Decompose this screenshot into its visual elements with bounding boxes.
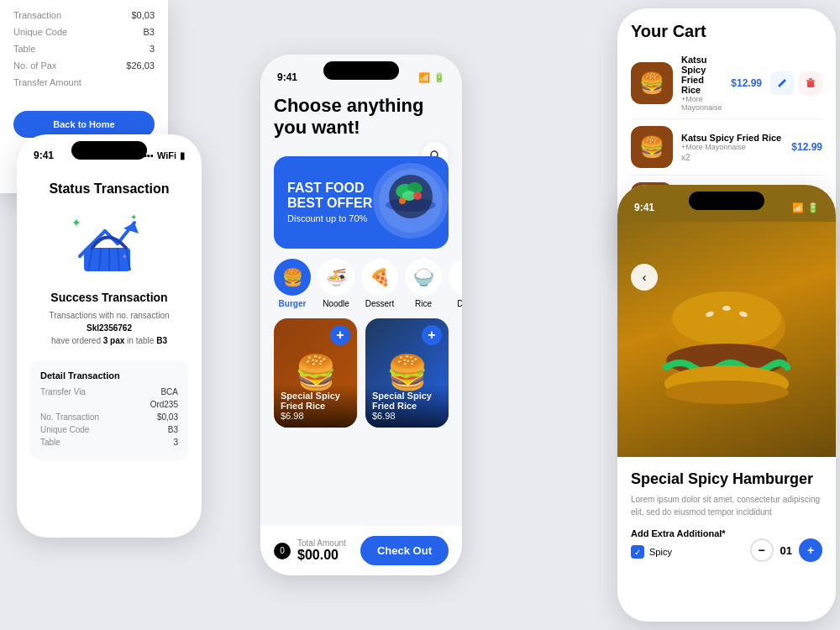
quantity-minus-button[interactable]: −: [750, 538, 774, 562]
food-card-2[interactable]: 🍔 Special Spicy Fried Rice $6.98 +: [365, 318, 449, 428]
cart-item-2: 🍔 Katsu Spicy Fried Rice +More Mayonnais…: [617, 119, 836, 175]
category-burger[interactable]: 🍔 Burger: [274, 259, 311, 308]
main-checkout-button[interactable]: Check Out: [360, 536, 449, 565]
detail-label: Unique Code: [40, 425, 89, 434]
svg-text:✦: ✦: [71, 216, 81, 229]
rice-cat-icon-wrap: 🍚: [405, 259, 442, 296]
cart-header: Your Cart: [617, 8, 836, 48]
detail-row-via: Transfer Via BCA: [40, 387, 178, 396]
detail-hero-image: ‹: [617, 222, 836, 457]
spicy-label: Spicy: [649, 547, 672, 557]
trans-value: $26,03: [126, 60, 155, 71]
detail-info-section: Special Spicy Hamburger Lorem ipsum dolo…: [617, 457, 836, 575]
svg-text:✦: ✦: [130, 213, 137, 222]
detail-row-dtable: Table 3: [40, 438, 178, 447]
category-noodle[interactable]: 🍜 Noodle: [318, 259, 354, 308]
detail-item-desc: Lorem ipsum dolor sit amet, consectetur …: [631, 493, 822, 518]
svg-point-34: [664, 381, 789, 404]
detail-transaction-box: Detail Transaction Transfer Via BCA Ord2…: [30, 360, 188, 460]
success-desc: Transactions with no. ransaction Skl2356…: [30, 309, 188, 347]
svg-text:✦: ✦: [122, 253, 128, 260]
category-dessert[interactable]: 🍕 Dessert: [361, 259, 398, 308]
status-title: Status Transaction: [30, 181, 188, 197]
cart-item-1: 🍔 Katsu Spicy Fried Rice +More Mayonnais…: [617, 48, 836, 118]
detail-transaction-title: Detail Transaction: [40, 370, 178, 381]
battery-icon: ▮: [180, 150, 185, 161]
cart-item-2-name: Katsu Spicy Fried Rice: [681, 133, 783, 143]
trans-value: $0,03: [131, 10, 155, 20]
food-card-overlay-1: Special Spicy Fried Rice $6.98: [274, 384, 357, 428]
success-label: Success Transaction: [30, 291, 188, 304]
detail-value: 3: [173, 438, 178, 447]
add-extra-label: Add Extra Additional*: [631, 528, 822, 538]
food-card-1[interactable]: 🍔 Special Spicy Fried Rice $6.98 +: [274, 318, 357, 428]
quantity-plus-button[interactable]: +: [799, 538, 822, 562]
delete-cart-item-1-button[interactable]: [799, 71, 822, 95]
cart-item-1-name: Katsu Spicy Fried Rice: [681, 55, 722, 95]
detail-value: B3: [168, 425, 178, 434]
burger-hero-bg: [617, 222, 836, 457]
dessert-cat-icon-wrap: 🍕: [361, 259, 398, 296]
detail-status-icons: 📶 🔋: [792, 202, 819, 213]
main-status-icons: 📶 🔋: [418, 72, 445, 83]
detail-back-button[interactable]: ‹: [631, 264, 658, 291]
banner-food-image: [369, 159, 449, 243]
drink-cat-icon-wrap: 🥤: [449, 259, 462, 296]
detail-row-ord: Ord235: [40, 400, 178, 409]
cart-item-1-actions: [770, 71, 822, 95]
rice-cat-label: Rice: [415, 299, 432, 308]
edit-cart-item-1-button[interactable]: [770, 71, 794, 95]
trans-label: Transfer Amount: [13, 77, 81, 87]
add-food-2-button[interactable]: +: [422, 325, 442, 345]
detail-item-name: Special Spicy Hamburger: [631, 470, 822, 488]
drink-cat-label: Drink: [457, 299, 462, 308]
total-label: Total Amount: [297, 538, 346, 548]
add-food-1-button[interactable]: +: [330, 325, 350, 345]
burger-cat-label: Burger: [279, 299, 307, 308]
category-drink[interactable]: 🥤 Drink: [449, 259, 462, 308]
cart-item-1-sub: +More Mayonnaise: [681, 95, 722, 112]
cart-item-2-image: 🍔: [631, 126, 673, 168]
cart-item-1-info: Katsu Spicy Fried Rice +More Mayonnaise: [681, 55, 722, 112]
trans-row-transaction: Transaction $0,03: [13, 10, 155, 20]
food-card-overlay-2: Special Spicy Fried Rice $6.98: [365, 384, 449, 428]
detail-label: Table: [40, 438, 60, 447]
dessert-cat-label: Dessert: [365, 299, 394, 308]
cart-total-area: 0 Total Amount $00.00: [274, 538, 346, 563]
phone-main-card: 9:41 📶 🔋 Choose anything you want! FAST …: [260, 55, 462, 575]
svg-point-22: [413, 192, 422, 200]
cart-title: Your Cart: [631, 22, 822, 41]
trans-row-pax: No. of Pax $26,03: [13, 60, 155, 71]
cart-item-2-qty: x2: [681, 153, 783, 162]
phone-status-card: 9:41 ▪▪▪ WiFi ▮ Status Transaction: [17, 134, 202, 538]
detail-value: Ord235: [150, 400, 178, 409]
cart-badge: 0: [274, 543, 291, 559]
svg-point-23: [399, 197, 406, 204]
detail-value: BCA: [160, 387, 178, 396]
burger-svg-image: [643, 268, 811, 436]
cart-item-2-price: $12.99: [791, 141, 822, 153]
success-icon-area: ✦ ✦ ✦: [30, 210, 188, 281]
trans-label: Table: [13, 44, 35, 54]
food-price-1: $6.98: [281, 411, 350, 421]
main-bottom-bar: 0 Total Amount $00.00 Check Out: [260, 526, 462, 575]
cart-item-1-price: $12.99: [731, 77, 762, 89]
spicy-checkbox[interactable]: ✓: [631, 545, 644, 559]
trans-label: Transaction: [13, 10, 61, 20]
promo-banner: FAST FOODBEST OFFER Discount up to 70%: [274, 156, 449, 249]
detail-value: $0,03: [157, 412, 178, 422]
trans-label: Unique Code: [13, 27, 67, 37]
quantity-value: 01: [780, 544, 792, 557]
cart-item-1-image: 🍔: [631, 62, 673, 104]
phone-detail-card: 9:41 📶 🔋 ‹: [617, 185, 836, 622]
signal-icon: 📶: [792, 202, 804, 213]
category-rice[interactable]: 🍚 Rice: [405, 259, 442, 308]
detail-label: Transfer Via: [40, 387, 86, 396]
status-icons: ▪▪▪ WiFi ▮: [144, 150, 185, 161]
main-notch: [323, 61, 399, 80]
trans-row-transfer: Transfer Amount: [13, 77, 155, 87]
svg-rect-24: [807, 81, 814, 87]
main-title: Choose anything you want!: [274, 95, 449, 139]
main-status-time: 9:41: [277, 71, 297, 83]
cart-item-2-info: Katsu Spicy Fried Rice +More Mayonnaise …: [681, 133, 783, 162]
